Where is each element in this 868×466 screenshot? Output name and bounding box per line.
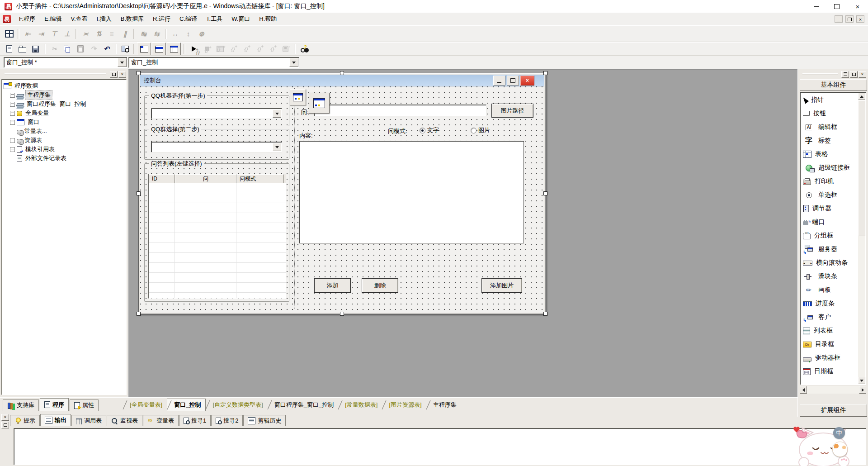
toolbar-button[interactable]: ⇥ bbox=[34, 28, 47, 40]
designer-minimize-button[interactable] bbox=[493, 76, 505, 86]
object-selector-combo[interactable]: 窗口_控制 bbox=[128, 57, 299, 68]
component-item[interactable]: 标签 bbox=[801, 134, 858, 147]
workspace-tab[interactable]: 支持库 bbox=[3, 399, 39, 411]
component-item[interactable]: 端口 bbox=[801, 215, 858, 229]
output-tab[interactable]: 调用表 bbox=[71, 415, 106, 426]
table-row[interactable] bbox=[149, 273, 286, 283]
menu-item[interactable]: F.程序 bbox=[14, 14, 40, 24]
radio-unselected-icon[interactable] bbox=[471, 128, 476, 133]
form-designer-window[interactable]: 控制台 × QQ机器选择(第一步) QQ群选择(第二步) bbox=[138, 73, 546, 314]
output-tab[interactable]: 搜寻2 bbox=[211, 415, 243, 426]
groupbox-qa-list[interactable]: 问答列表(左键选择) ID 问 问模式 bbox=[144, 163, 289, 302]
menu-item[interactable]: H.帮助 bbox=[255, 14, 281, 24]
mode-radio-pic[interactable]: 图片 bbox=[471, 126, 490, 134]
designer-canvas[interactable]: QQ机器选择(第一步) QQ群选择(第二步) 问答列表(左键选择) bbox=[140, 86, 544, 313]
qq-robot-combo[interactable] bbox=[151, 108, 282, 119]
ime-badge[interactable]: 中 bbox=[833, 427, 845, 439]
component-item[interactable]: 进度条 bbox=[801, 297, 858, 310]
resize-handle-sw[interactable] bbox=[137, 312, 141, 316]
table-row[interactable] bbox=[149, 233, 286, 243]
toolbar-button[interactable] bbox=[3, 28, 16, 40]
scroll-up-button[interactable] bbox=[858, 93, 865, 100]
output-tab[interactable]: 剪辑历史 bbox=[243, 415, 286, 426]
toolbar-button[interactable] bbox=[137, 43, 151, 55]
resize-handle-ne[interactable] bbox=[543, 71, 547, 75]
component-item[interactable]: 画板 bbox=[801, 283, 858, 297]
chevron-down-icon[interactable] bbox=[273, 143, 281, 151]
document-tab[interactable]: 窗口程序集_窗口_控制 bbox=[268, 399, 338, 411]
toolbar-button[interactable] bbox=[297, 43, 311, 55]
workspace-tab[interactable]: 程序 bbox=[40, 398, 69, 411]
groupbox-qq-robot[interactable]: QQ机器选择(第一步) bbox=[144, 95, 289, 126]
table-row[interactable] bbox=[149, 193, 286, 203]
pic-path-button[interactable]: 图片路径 bbox=[491, 104, 533, 118]
table-row[interactable] bbox=[149, 263, 286, 273]
document-tab[interactable]: [全局变量表] bbox=[123, 399, 167, 411]
panel-grip[interactable] bbox=[5, 73, 106, 75]
panel-grip[interactable] bbox=[802, 73, 838, 75]
toolbar-button[interactable]: ↕ bbox=[182, 28, 195, 40]
document-tab[interactable]: [自定义数据类型表] bbox=[206, 399, 267, 411]
menu-item[interactable]: V.查看 bbox=[66, 14, 92, 24]
table-row[interactable] bbox=[149, 223, 286, 233]
scroll-down-button[interactable] bbox=[858, 377, 865, 384]
document-tab[interactable]: 主程序集 bbox=[426, 399, 461, 411]
toolbar-button[interactable]: ≍ bbox=[79, 28, 92, 40]
toolbar-button[interactable] bbox=[61, 43, 74, 55]
toolbar-button[interactable] bbox=[187, 43, 200, 55]
resize-handle-s[interactable] bbox=[340, 312, 344, 316]
tree-item[interactable]: 模块引用表 bbox=[4, 145, 126, 154]
column-header[interactable]: ID bbox=[149, 174, 175, 183]
child-minimize-button[interactable]: _ bbox=[835, 15, 843, 23]
column-header[interactable]: 问模式 bbox=[236, 174, 284, 183]
chevron-down-icon[interactable] bbox=[273, 109, 281, 118]
component-item[interactable]: 超级链接框 bbox=[801, 161, 858, 175]
tree-item[interactable]: 常量表... bbox=[4, 127, 126, 136]
resize-handle-nw[interactable] bbox=[137, 71, 141, 75]
table-row[interactable] bbox=[149, 203, 286, 213]
designer-close-button[interactable]: × bbox=[520, 76, 534, 86]
tree-item[interactable]: 外部文件记录表 bbox=[4, 154, 126, 163]
expand-plus-icon[interactable] bbox=[10, 93, 15, 98]
toolbar-button[interactable]: ⇆ bbox=[150, 28, 163, 40]
palette-scrollbar[interactable] bbox=[858, 93, 865, 384]
window-selector-combo[interactable]: 窗口_控制 * bbox=[4, 57, 127, 68]
document-tab[interactable]: [图片资源表] bbox=[382, 399, 426, 411]
toolbar-button[interactable]: ⊕ bbox=[195, 28, 208, 40]
add-button[interactable]: 添加 bbox=[314, 278, 351, 293]
component-item[interactable]: 服务器 bbox=[801, 243, 858, 256]
output-tab[interactable]: 监视表 bbox=[107, 415, 142, 426]
toolbar-button[interactable] bbox=[74, 43, 87, 55]
toolbar-button[interactable]: ⊥ bbox=[61, 28, 74, 40]
expand-plus-icon[interactable] bbox=[10, 147, 15, 152]
document-tab[interactable]: 窗口_控制 bbox=[167, 399, 206, 411]
workspace-tab[interactable]: 属性 bbox=[70, 399, 99, 411]
output-tab[interactable]: 变量表 bbox=[143, 415, 179, 426]
add-pic-button[interactable]: 添加图片 bbox=[481, 278, 522, 293]
output-restore-button[interactable] bbox=[1, 422, 9, 428]
expand-plus-icon[interactable] bbox=[10, 111, 15, 116]
component-item[interactable]: 日期框 bbox=[801, 365, 858, 378]
qq-group-combo[interactable] bbox=[151, 142, 282, 152]
menu-item[interactable]: R.运行 bbox=[148, 14, 175, 24]
output-close-button[interactable]: × bbox=[1, 414, 9, 421]
minimize-button[interactable] bbox=[806, 0, 826, 13]
toolbar-button[interactable] bbox=[3, 43, 16, 55]
maximize-button[interactable] bbox=[826, 0, 847, 13]
radio-selected-icon[interactable] bbox=[420, 128, 425, 133]
expand-plus-icon[interactable] bbox=[10, 102, 15, 107]
resize-handle-se[interactable] bbox=[543, 312, 547, 316]
invisible-component-icon[interactable] bbox=[309, 93, 330, 114]
toolbar-button[interactable] bbox=[100, 43, 113, 55]
tree-item[interactable]: 主程序集 bbox=[4, 90, 126, 100]
output-tab[interactable]: 输出 bbox=[40, 414, 71, 426]
toolbar-button[interactable] bbox=[226, 43, 240, 55]
cat-badge[interactable] bbox=[832, 442, 848, 457]
child-restore-button[interactable] bbox=[845, 15, 854, 23]
toolbar-button[interactable] bbox=[29, 43, 42, 55]
menu-item[interactable]: T.工具 bbox=[202, 14, 227, 24]
resize-handle-e[interactable] bbox=[543, 191, 547, 195]
tree-item[interactable]: 窗口程序集_窗口_控制 bbox=[4, 100, 126, 109]
panel-close-button[interactable]: × bbox=[118, 71, 126, 78]
tree-item[interactable]: 全局变量 bbox=[4, 109, 126, 118]
